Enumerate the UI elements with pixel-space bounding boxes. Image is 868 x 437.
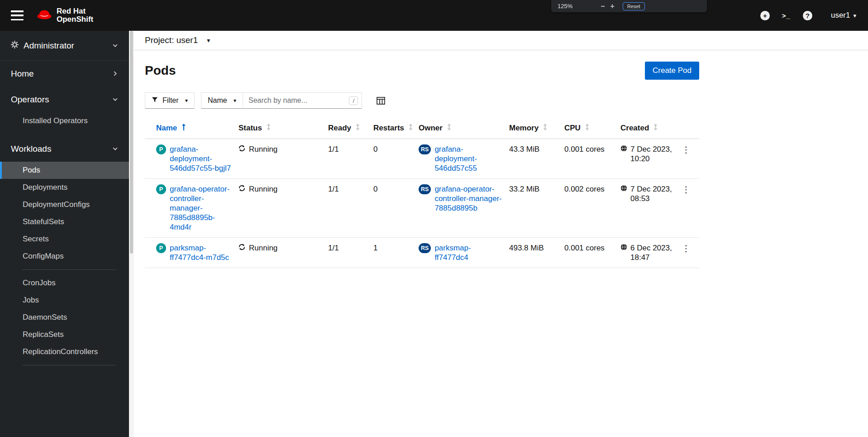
sidebar-item-installed-operators[interactable]: Installed Operators — [0, 112, 129, 130]
perspective-switcher[interactable]: Administrator — [0, 31, 129, 61]
sidebar-item-operators[interactable]: Operators — [0, 86, 129, 112]
sidebar-item-jobs[interactable]: Jobs — [0, 292, 129, 309]
caret-down-icon — [853, 13, 856, 19]
sidebar-item-home[interactable]: Home — [0, 61, 129, 86]
zoom-reset-button[interactable]: Reset — [623, 2, 645, 10]
column-header-cpu[interactable]: CPU — [564, 124, 589, 133]
kebab-menu-icon[interactable] — [678, 243, 694, 254]
brand-logo: Red Hat OpenShift — [36, 6, 93, 24]
owner-link[interactable]: parksmap-ff7477dc4 — [434, 243, 503, 262]
perspective-label: Administrator — [24, 41, 74, 51]
ready-cell: 1/1 — [328, 179, 373, 238]
replicaset-badge: RS — [419, 184, 431, 194]
memory-cell: 33.2 MiB — [509, 179, 564, 238]
search-shortcut-hint: / — [349, 96, 358, 105]
sort-icon — [543, 124, 547, 133]
restarts-cell: 1 — [373, 238, 419, 268]
status-text: Running — [249, 184, 277, 194]
page-title: Pods — [145, 63, 176, 78]
sidebar: Administrator Home Operators Installed O… — [0, 31, 129, 437]
memory-cell: 493.8 MiB — [509, 238, 564, 268]
sort-icon — [447, 124, 451, 133]
owner-link[interactable]: grafana-deployment-546dd57c55 — [434, 144, 503, 173]
table-row: P parksmap-ff7477dc4-m7d5c Running 1/1 1 — [145, 238, 699, 268]
zoom-in-button[interactable] — [608, 3, 617, 10]
nav-toggle-icon[interactable] — [11, 10, 24, 20]
caret-down-icon — [207, 37, 210, 43]
terminal-icon[interactable] — [782, 12, 791, 19]
replicaset-badge: RS — [419, 243, 431, 253]
help-icon[interactable] — [803, 11, 812, 20]
create-pod-button[interactable]: Create Pod — [645, 62, 699, 80]
pod-link[interactable]: parksmap-ff7477dc4-m7d5c — [170, 243, 235, 262]
search-attribute-dropdown[interactable]: Name — [201, 92, 243, 109]
zoom-level: 125% — [558, 3, 572, 10]
column-header-restarts[interactable]: Restarts — [373, 124, 413, 133]
running-status-icon — [238, 184, 245, 194]
column-header-created[interactable]: Created — [620, 124, 658, 133]
brand-line1: Red Hat — [57, 7, 93, 15]
sidebar-item-daemonsets[interactable]: DaemonSets — [0, 309, 129, 326]
quick-create-icon[interactable] — [760, 11, 770, 20]
main-content: Project: user1 Pods Create Pod Filter — [134, 31, 868, 437]
table-row: P grafana-deployment-546dd57c55-bgjl7 Ru… — [145, 139, 699, 179]
cpu-cell: 0.001 cores — [564, 238, 620, 268]
pods-table: Name Status Ready — [145, 118, 699, 268]
scrollbar-thumb[interactable] — [130, 31, 133, 254]
user-menu[interactable]: user1 — [831, 11, 856, 20]
sidebar-item-replicasets[interactable]: ReplicaSets — [0, 326, 129, 343]
running-status-icon — [238, 144, 245, 154]
ready-cell: 1/1 — [328, 238, 373, 268]
column-header-name[interactable]: Name — [156, 124, 186, 133]
pod-link[interactable]: grafana-deployment-546dd57c55-bgjl7 — [170, 144, 235, 173]
sidebar-scrollbar[interactable] — [129, 31, 134, 437]
kebab-menu-icon[interactable] — [678, 144, 694, 155]
filter-dropdown[interactable]: Filter — [145, 92, 195, 109]
cpu-cell: 0.002 cores — [564, 179, 620, 238]
sidebar-item-statefulsets[interactable]: StatefulSets — [0, 213, 129, 231]
sidebar-item-pods[interactable]: Pods — [0, 162, 129, 179]
status-text: Running — [249, 243, 277, 253]
browser-zoom-overlay: 125% Reset — [551, 0, 707, 12]
column-header-owner[interactable]: Owner — [419, 124, 451, 133]
owner-link[interactable]: grafana-operator-controller-manager-7885… — [434, 184, 503, 213]
column-header-ready[interactable]: Ready — [328, 124, 360, 133]
sidebar-item-replicationcontrollers[interactable]: ReplicationControllers — [0, 343, 129, 360]
sidebar-item-deploymentconfigs[interactable]: DeploymentConfigs — [0, 196, 129, 213]
column-management-icon[interactable] — [377, 97, 385, 105]
restarts-cell: 0 — [373, 139, 419, 179]
sidebar-item-deployments[interactable]: Deployments — [0, 179, 129, 196]
chevron-down-icon — [112, 43, 118, 48]
project-bar: Project: user1 — [134, 31, 868, 50]
search-box: / — [243, 92, 362, 109]
replicaset-badge: RS — [419, 144, 431, 154]
column-header-memory[interactable]: Memory — [509, 124, 547, 133]
status-text: Running — [249, 144, 277, 154]
memory-cell: 43.3 MiB — [509, 139, 564, 179]
sort-ascending-icon — [181, 124, 186, 133]
table-row: P grafana-operator-controller-manager-78… — [145, 179, 699, 238]
table-header-row: Name Status Ready — [145, 118, 699, 139]
redhat-fedora-icon — [36, 6, 52, 24]
kebab-menu-icon[interactable] — [678, 184, 694, 195]
sidebar-item-configmaps[interactable]: ConfigMaps — [0, 248, 129, 265]
nav-divider — [23, 365, 116, 365]
sidebar-item-workloads[interactable]: Workloads — [0, 136, 129, 162]
project-label: Project: — [145, 35, 174, 45]
sidebar-item-cronjobs[interactable]: CronJobs — [0, 274, 129, 292]
search-input[interactable] — [243, 96, 349, 105]
created-timestamp: 6 Dec 2023, 18:47 — [630, 243, 673, 262]
column-header-status[interactable]: Status — [238, 124, 271, 133]
sort-icon — [585, 124, 589, 133]
pod-badge: P — [156, 144, 166, 154]
ready-cell: 1/1 — [328, 139, 373, 179]
project-value: user1 — [176, 35, 198, 45]
restarts-cell: 0 — [373, 179, 419, 238]
sidebar-item-secrets[interactable]: Secrets — [0, 231, 129, 248]
pod-link[interactable]: grafana-operator-controller-manager-7885… — [170, 184, 235, 232]
pod-badge: P — [156, 184, 166, 194]
globe-icon — [620, 184, 627, 194]
sort-icon — [409, 124, 413, 133]
zoom-out-button[interactable] — [598, 3, 607, 10]
project-selector[interactable]: Project: user1 — [145, 35, 210, 45]
